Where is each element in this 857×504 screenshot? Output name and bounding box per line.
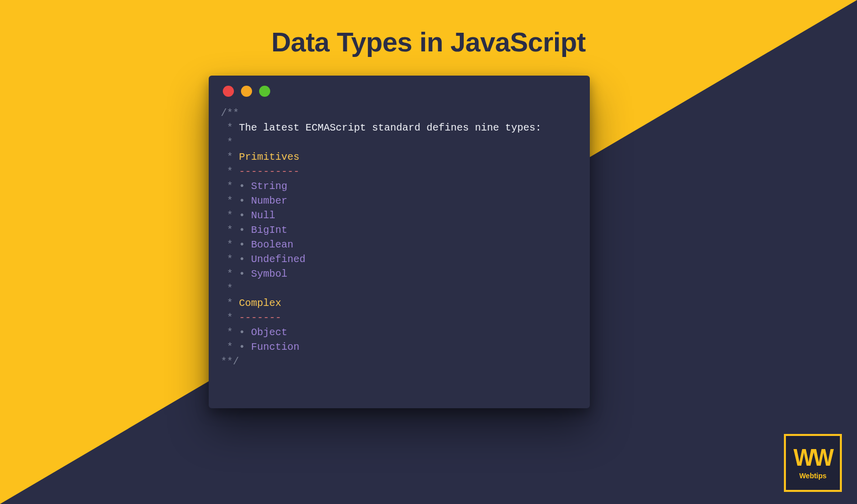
webtips-logo: WW Webtips xyxy=(784,434,842,492)
minimize-icon xyxy=(241,86,252,97)
window-traffic-lights xyxy=(223,86,578,97)
code-block: /** * The latest ECMAScript standard def… xyxy=(221,106,578,369)
logo-mark: WW xyxy=(793,445,832,469)
close-icon xyxy=(223,86,234,97)
code-window: /** * The latest ECMAScript standard def… xyxy=(209,76,590,408)
logo-name: Webtips xyxy=(799,472,826,480)
page-title: Data Types in JavaScript xyxy=(0,26,857,57)
maximize-icon xyxy=(259,86,270,97)
